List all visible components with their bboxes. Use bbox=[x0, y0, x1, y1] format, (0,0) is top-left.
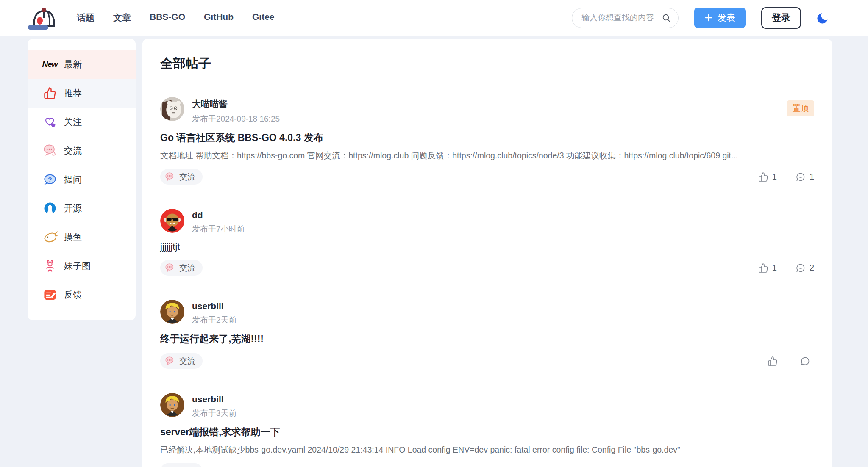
post-item: userbill 发布于2天前 终于运行起来了,芜湖!!!! 交流 bbox=[160, 287, 814, 380]
post-footer: 交流 1 2 bbox=[160, 260, 814, 276]
sidebar-item-label: 开源 bbox=[64, 202, 82, 214]
avatar[interactable] bbox=[160, 393, 184, 417]
post-item: 大喵喵酱 发布于2024-09-18 16:25 置顶 Go 语言社区系统 BB… bbox=[160, 84, 814, 196]
avatar[interactable] bbox=[160, 97, 184, 121]
sidebar-item-label: 关注 bbox=[64, 116, 82, 128]
page-title: 全部帖子 bbox=[160, 39, 814, 84]
post-author[interactable]: userbill bbox=[192, 301, 237, 311]
sidebar-item-feedback[interactable]: 反馈 bbox=[28, 280, 136, 309]
post-tag-label: 交流 bbox=[179, 263, 195, 274]
search-input[interactable] bbox=[581, 13, 662, 22]
post-tag-label: 反馈 bbox=[179, 466, 195, 467]
like-button[interactable]: 1 bbox=[758, 172, 777, 182]
post-header: dd 发布于7小时前 bbox=[160, 209, 814, 235]
post-tag-chat[interactable]: 交流 bbox=[160, 353, 203, 369]
avatar[interactable] bbox=[160, 209, 184, 233]
search-box[interactable] bbox=[572, 8, 679, 28]
sidebar-item-latest[interactable]: New 最新 bbox=[28, 50, 136, 79]
post-title[interactable]: 终于运行起来了,芜湖!!!! bbox=[160, 332, 814, 345]
comment-button[interactable] bbox=[800, 356, 814, 366]
like-button[interactable]: 1 bbox=[758, 263, 777, 273]
comment-button[interactable]: 1 bbox=[796, 172, 814, 182]
feedback-note-icon bbox=[164, 465, 175, 467]
post-author[interactable]: 大喵喵酱 bbox=[192, 98, 280, 110]
post-item: dd 发布于7小时前 jjjjjjtjt 交流 bbox=[160, 196, 814, 287]
post-meta: 发布于7小时前 bbox=[192, 224, 245, 235]
sidebar-item-chat[interactable]: 交流 bbox=[28, 136, 136, 165]
post-meta: 发布于2天前 bbox=[192, 315, 237, 326]
sidebar-item-label: 提问 bbox=[64, 174, 82, 185]
open-source-icon bbox=[42, 201, 58, 216]
publish-label: 发表 bbox=[718, 12, 735, 24]
post-tag-chat[interactable]: 交流 bbox=[160, 169, 203, 185]
nav-link-bbsgo[interactable]: BBS-GO bbox=[150, 12, 185, 24]
chat-bubble-icon bbox=[42, 143, 58, 159]
post-actions: 1 1 bbox=[758, 172, 814, 182]
post-actions bbox=[768, 356, 814, 366]
publish-button[interactable]: 发表 bbox=[694, 8, 746, 28]
sidebar-item-recommend[interactable]: 推荐 bbox=[28, 79, 136, 108]
post-header: userbill 发布于2天前 bbox=[160, 300, 814, 326]
thumbs-up-icon bbox=[42, 86, 58, 101]
sidebar-item-label: 最新 bbox=[64, 58, 82, 70]
sidebar-item-girls[interactable]: 妹子图 bbox=[28, 251, 136, 280]
pinned-badge: 置顶 bbox=[787, 100, 814, 116]
sidebar-item-label: 妹子图 bbox=[64, 260, 91, 272]
post-header: 大喵喵酱 发布于2024-09-18 16:25 置顶 bbox=[160, 97, 814, 124]
like-button[interactable] bbox=[768, 356, 782, 366]
nav-link-articles[interactable]: 文章 bbox=[113, 12, 131, 24]
post-author[interactable]: dd bbox=[192, 210, 245, 220]
sidebar-item-label: 反馈 bbox=[64, 289, 82, 301]
nav-link-gitee[interactable]: Gitee bbox=[252, 12, 275, 24]
post-tag-chat[interactable]: 交流 bbox=[160, 260, 203, 276]
post-summary: 已经解决,本地测试缺少bbs-go.dev.yaml 2024/10/29 21… bbox=[160, 444, 813, 456]
sidebar-item-label: 摸鱼 bbox=[64, 231, 82, 243]
sidebar-item-question[interactable]: ? 提问 bbox=[28, 165, 136, 194]
sidebar-item-fish[interactable]: 摸鱼 bbox=[28, 223, 136, 251]
navbar-right: 发表 登录 bbox=[572, 7, 830, 29]
navbar: 话题 文章 BBS-GO GitHub Gitee 发表 登录 bbox=[0, 0, 868, 36]
dark-mode-moon-icon[interactable] bbox=[817, 11, 830, 25]
sidebar-item-opensource[interactable]: 开源 bbox=[28, 194, 136, 223]
post-footer: 交流 1 1 bbox=[160, 169, 814, 185]
post-tag-feedback[interactable]: 反馈 bbox=[160, 463, 203, 467]
post-tag-label: 交流 bbox=[179, 171, 195, 182]
post-footer: 反馈 1 1 bbox=[160, 463, 814, 467]
post-actions: 1 2 bbox=[758, 263, 814, 273]
brand-cap-logo-icon[interactable] bbox=[28, 5, 60, 31]
question-bubble-icon: ? bbox=[42, 172, 58, 188]
post-header: userbill 发布于3天前 bbox=[160, 393, 814, 419]
svg-text:?: ? bbox=[48, 176, 52, 183]
sidebar-item-follow[interactable]: 关注 bbox=[28, 108, 136, 136]
comment-button[interactable]: 2 bbox=[796, 263, 814, 273]
comment-icon bbox=[796, 263, 806, 273]
post-title[interactable]: Go 语言社区系统 BBS-GO 4.0.3 发布 bbox=[160, 131, 814, 144]
sidebar: New 最新 推荐 关注 bbox=[28, 39, 136, 320]
post-meta: 发布于3天前 bbox=[192, 408, 237, 419]
chat-icon bbox=[164, 355, 175, 367]
chat-icon bbox=[164, 262, 175, 274]
nav-link-github[interactable]: GitHub bbox=[204, 12, 234, 24]
post-list-card: 全部帖子 大喵喵酱 bbox=[142, 39, 832, 467]
post-author[interactable]: userbill bbox=[192, 394, 237, 404]
thumbs-up-icon bbox=[768, 356, 778, 366]
post-footer: 交流 bbox=[160, 353, 814, 369]
post-tag-label: 交流 bbox=[179, 356, 195, 367]
chat-icon bbox=[164, 171, 175, 182]
plus-icon bbox=[704, 14, 713, 22]
fish-icon bbox=[42, 229, 58, 245]
comment-icon bbox=[796, 172, 806, 182]
login-button[interactable]: 登录 bbox=[761, 7, 801, 29]
post-title[interactable]: server端报错,求求帮助一下 bbox=[160, 426, 814, 439]
avatar[interactable] bbox=[160, 300, 184, 324]
feedback-note-icon bbox=[42, 287, 58, 303]
nav-link-topics[interactable]: 话题 bbox=[77, 12, 95, 24]
post-meta: 发布于2024-09-18 16:25 bbox=[192, 113, 280, 124]
comment-icon bbox=[800, 356, 810, 366]
search-icon[interactable] bbox=[662, 13, 671, 23]
like-count: 1 bbox=[772, 263, 777, 273]
post-title[interactable]: jjjjjjtjt bbox=[160, 241, 814, 252]
new-badge-icon: New bbox=[42, 57, 58, 72]
double-heart-icon bbox=[42, 114, 58, 130]
thumbs-up-icon bbox=[758, 263, 768, 273]
